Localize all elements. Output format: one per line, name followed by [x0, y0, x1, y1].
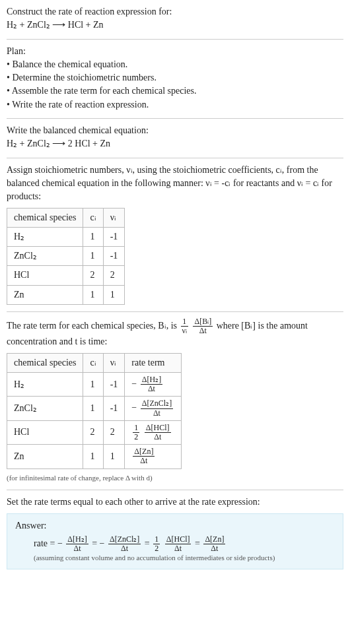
fraction-num: Δ[ZnCl₂] [141, 399, 173, 408]
fraction-den: Δt [133, 457, 155, 465]
table-header: rate term [125, 353, 182, 372]
final-section: Set the rate terms equal to each other t… [7, 496, 343, 569]
table-cell: 2 [83, 266, 103, 285]
divider [7, 311, 343, 312]
table-row: H₂ 1 -1 [7, 227, 125, 246]
table-cell: 1 [83, 285, 103, 304]
equals: = [195, 538, 202, 548]
table-cell: 1 [83, 373, 103, 397]
table-cell: HCl [7, 266, 83, 285]
table-header: νᵢ [103, 208, 125, 227]
answer-label: Answer: [15, 519, 335, 532]
table-row: ZnCl₂ 1 -1 − Δ[ZnCl₂] Δt [7, 397, 182, 420]
fraction: Δ[H₂] Δt [141, 375, 162, 393]
fraction: Δ[Zn] Δt [133, 447, 155, 465]
fraction-num: 1 [153, 535, 160, 544]
neg-sign: − [131, 379, 137, 389]
table-cell: 1 [83, 397, 103, 420]
table-cell: Zn [7, 445, 83, 468]
table-cell: − Δ[H₂] Δt [125, 373, 182, 397]
table-cell: Δ[Zn] Δt [125, 445, 182, 468]
table-row: Zn 1 1 [7, 285, 125, 304]
table-cell: Zn [7, 285, 83, 304]
fraction: Δ[HCl] Δt [165, 535, 192, 553]
table-cell: -1 [103, 247, 125, 266]
neg-sign: − [131, 402, 137, 412]
rateterm-note: (for infinitesimal rate of change, repla… [7, 473, 343, 484]
fraction-num: Δ[Zn] [133, 447, 155, 457]
intro-section: Construct the rate of reaction expressio… [7, 5, 343, 32]
fraction-coef: 1 2 [133, 424, 139, 441]
fraction-num: Δ[HCl] [165, 535, 192, 544]
fraction: 1 νᵢ [181, 317, 188, 335]
fraction-num: Δ[H₂] [141, 375, 162, 385]
fraction-den: 2 [153, 544, 160, 553]
fraction: Δ[ZnCl₂] Δt [141, 399, 173, 417]
fraction-den: Δt [203, 544, 225, 553]
final-heading: Set the rate terms equal to each other t… [7, 496, 343, 509]
table-row: H₂ 1 -1 − Δ[H₂] Δt [7, 373, 182, 397]
table-cell: -1 [103, 227, 125, 246]
table-row: HCl 2 2 [7, 266, 125, 285]
fraction: Δ[Zn] Δt [203, 535, 225, 553]
table-cell: 1 [103, 285, 125, 304]
table-header-row: chemical species cᵢ νᵢ rate term [7, 353, 182, 372]
plan-item: • Balance the chemical equation. [7, 58, 343, 71]
fraction-num: Δ[H₂] [66, 535, 88, 544]
table-cell: 1 [83, 247, 103, 266]
assumption-note: (assuming constant volume and no accumul… [15, 553, 335, 564]
fraction: Δ[ZnCl₂] Δt [108, 535, 141, 553]
table-row: ZnCl₂ 1 -1 [7, 247, 125, 266]
rate-expression: rate = − Δ[H₂] Δt = − Δ[ZnCl₂] Δt = 1 2 … [15, 535, 335, 553]
rateterm-pre: The rate term for each chemical species,… [7, 321, 180, 331]
divider [7, 158, 343, 158]
fraction: Δ[Bᵢ] Δt [193, 317, 213, 335]
table-cell: -1 [103, 373, 125, 397]
answer-box: Answer: rate = − Δ[H₂] Δt = − Δ[ZnCl₂] Δ… [7, 513, 343, 570]
plan-item: • Determine the stoichiometric numbers. [7, 71, 343, 84]
table-cell: HCl [7, 420, 83, 444]
plan-item: • Assemble the rate term for each chemic… [7, 84, 343, 98]
fraction-den: Δt [145, 433, 171, 441]
fraction-num: Δ[ZnCl₂] [108, 535, 141, 544]
assign-text: Assign stoichiometric numbers, νᵢ, using… [7, 164, 343, 204]
rate-prefix: rate = − [34, 538, 63, 548]
fraction-den: Δt [165, 544, 192, 553]
table-cell: 2 [103, 266, 125, 285]
equals: = [145, 538, 152, 548]
table-header: chemical species [7, 353, 83, 372]
table-header: νᵢ [103, 353, 125, 372]
intro-line: Construct the rate of reaction expressio… [7, 5, 343, 18]
fraction-num: 1 [181, 317, 188, 327]
divider [7, 490, 343, 490]
balanced-section: Write the balanced chemical equation: H₂… [7, 124, 343, 151]
fraction-num: Δ[Bᵢ] [193, 317, 213, 327]
plan-heading: Plan: [7, 45, 343, 58]
fraction-num: 1 [133, 424, 139, 433]
fraction-den: νᵢ [181, 327, 188, 335]
assign-section: Assign stoichiometric numbers, νᵢ, using… [7, 164, 343, 305]
rateterm-section: The rate term for each chemical species,… [7, 317, 343, 483]
rateterm-table: chemical species cᵢ νᵢ rate term H₂ 1 -1… [7, 353, 182, 469]
fraction-den: Δt [66, 544, 88, 553]
divider [7, 39, 343, 40]
equals: = − [92, 538, 104, 548]
fraction-den: Δt [193, 327, 213, 335]
table-cell: 2 [83, 420, 103, 444]
table-cell: H₂ [7, 227, 83, 246]
plan-item: • Write the rate of reaction expression. [7, 98, 343, 112]
table-row: HCl 2 2 1 2 Δ[HCl] Δt [7, 420, 182, 444]
table-cell: 1 [83, 445, 103, 468]
table-cell: ZnCl₂ [7, 247, 83, 266]
fraction-num: Δ[Zn] [203, 535, 225, 544]
plan-section: Plan: • Balance the chemical equation. •… [7, 45, 343, 112]
fraction: Δ[HCl] Δt [145, 424, 171, 441]
table-cell: ZnCl₂ [7, 397, 83, 420]
fraction-coef: 1 2 [153, 535, 160, 553]
table-cell: − Δ[ZnCl₂] Δt [125, 397, 182, 420]
table-cell: -1 [103, 397, 125, 420]
intro-equation: H₂ + ZnCl₂ ⟶ HCl + Zn [7, 18, 343, 32]
assign-table: chemical species cᵢ νᵢ H₂ 1 -1 ZnCl₂ 1 -… [7, 208, 125, 305]
table-header-row: chemical species cᵢ νᵢ [7, 208, 125, 227]
rateterm-text: The rate term for each chemical species,… [7, 317, 343, 349]
